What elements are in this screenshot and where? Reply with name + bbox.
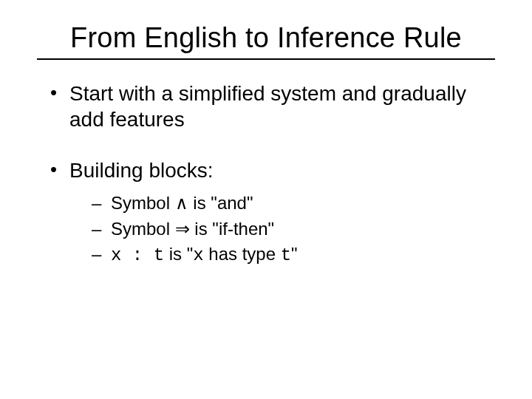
bullet-text-1: Start with a simplified system and gradu… [69, 82, 466, 131]
sub-item-hastype: x : t is "x has type t" [92, 242, 495, 268]
text: " [291, 244, 298, 264]
implies-symbol: ⇒ [175, 219, 190, 239]
var-x-2: x [193, 245, 203, 265]
var-x: x [111, 245, 121, 265]
sub-item-and: Symbol ∧ is "and" [92, 191, 495, 216]
text: is "if-then" [190, 219, 274, 239]
text: is " [164, 244, 193, 264]
text: Symbol [111, 219, 175, 239]
sub-item-ifthen: Symbol ⇒ is "if-then" [92, 216, 495, 242]
slide: From English to Inference Rule Start wit… [0, 0, 532, 399]
text: Symbol [111, 193, 175, 213]
slide-title: From English to Inference Rule [37, 22, 495, 54]
var-t: t [154, 245, 164, 265]
bullet-text-2: Building blocks: [69, 159, 214, 182]
text: is "and" [188, 193, 253, 213]
text: has type [204, 244, 281, 264]
bullet-item-2: Building blocks: Symbol ∧ is "and" Symbo… [50, 157, 495, 268]
and-symbol: ∧ [175, 194, 188, 213]
var-t-2: t [281, 245, 291, 265]
title-underline [37, 58, 495, 60]
sub-bullet-list: Symbol ∧ is "and" Symbol ⇒ is "if-then" … [69, 191, 495, 268]
bullet-list: Start with a simplified system and gradu… [37, 81, 495, 268]
colon: : [121, 245, 153, 265]
bullet-item-1: Start with a simplified system and gradu… [50, 81, 495, 132]
